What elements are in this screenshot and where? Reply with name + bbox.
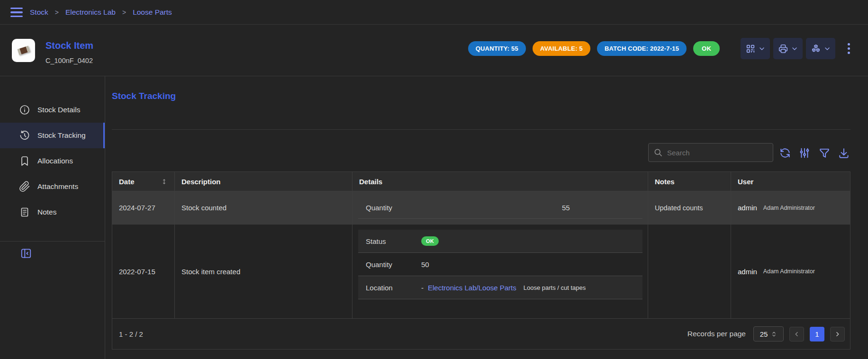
barcode-actions-button[interactable] [741,38,770,59]
batch-code-badge: BATCH CODE: 2022-7-15 [597,41,687,56]
page-1-button[interactable]: 1 [810,327,824,341]
refresh-icon[interactable] [779,147,791,159]
previous-page-button[interactable] [789,327,804,341]
panel-collapse-icon [20,247,32,260]
detail-row-quantity: Quantity 50 [358,253,642,276]
chevron-down-icon [758,45,766,53]
detail-row-status: Status OK [358,230,642,253]
table-row: 2022-07-15 Stock item created Status OK … [112,224,850,319]
sidebar-item-stock-details[interactable]: Stock Details [0,97,105,123]
qrcode-icon [745,44,756,54]
detail-label: Quantity [358,204,421,212]
sidebar-divider [0,241,105,242]
sidebar-item-notes[interactable]: Notes [0,199,105,225]
breadcrumb-separator: > [122,9,126,16]
printer-icon [778,44,788,54]
detail-value: 55 [562,204,570,212]
cell-description: Stock item created [175,224,353,318]
download-icon[interactable] [838,147,850,159]
cell-description: Stock counted [175,191,353,224]
column-header-description: Description [175,172,353,191]
cell-details: Status OK Quantity 50 Location - Electro… [353,224,648,318]
breadcrumb-separator: > [55,9,59,16]
next-page-button[interactable] [830,327,845,341]
chevron-down-icon [791,45,798,53]
location-dash: - [421,284,424,292]
location-link[interactable]: Electronics Lab/Loose Parts [428,284,516,292]
status-ok-badge: OK [421,236,439,246]
breadcrumb-stock[interactable]: Stock [30,8,48,17]
print-actions-button[interactable] [773,38,803,59]
column-settings-icon[interactable] [798,147,811,159]
sidebar-item-attachments[interactable]: Attachments [0,174,105,199]
sidebar-item-allocations[interactable]: Allocations [0,148,105,174]
cell-date: 2022-07-15 [112,224,175,318]
main-panel: Stock Tracking Date Description Details … [105,76,868,359]
sort-icon [161,178,168,185]
column-header-details: Details [353,172,648,191]
paperclip-icon [19,181,30,192]
sidebar-item-label: Notes [37,208,57,216]
sidebar-collapse-button[interactable] [20,247,32,260]
quantity-badge: QUANTITY: 55 [468,41,526,56]
cell-details: Quantity 55 [353,191,648,224]
chevron-left-icon [793,331,800,338]
detail-value: 50 [421,260,429,269]
detail-label: Location [358,284,421,292]
stock-tracking-table: Date Description Details Notes User 2024… [112,171,850,350]
records-per-page-select[interactable]: 25 [753,326,784,341]
table-search [648,143,773,162]
more-options-button[interactable] [843,38,854,59]
stock-actions-button[interactable] [806,38,835,59]
chevron-right-icon [834,331,841,338]
info-icon [19,104,30,116]
cell-notes: Updated counts [648,191,731,224]
records-per-page-value: 25 [760,330,768,338]
location-description: Loose parts / cut tapes [524,284,586,291]
cell-date: 2024-07-27 [112,191,175,224]
username: admin [738,204,757,212]
breadcrumb: Stock > Electronics Lab > Loose Parts [30,0,172,25]
cell-user: admin Adam Administrator [731,191,851,224]
table-footer: 1 - 2 / 2 Records per page 25 1 [112,319,850,349]
cell-user: admin Adam Administrator [731,224,851,318]
notes-icon [19,206,30,218]
table-header-row: Date Description Details Notes User [112,172,850,191]
selector-icon [771,331,777,337]
action-buttons [741,38,854,59]
column-header-user: User [731,172,851,191]
user-fullname: Adam Administrator [763,268,815,275]
sidebar-item-label: Allocations [37,157,73,165]
table-row: 2024-07-27 Stock counted Quantity 55 Upd… [112,191,850,224]
sidebar-item-label: Attachments [37,182,78,191]
top-navbar: Stock > Electronics Lab > Loose Parts [0,0,868,25]
detail-row-location: Location - Electronics Lab/Loose Parts L… [358,276,642,299]
hamburger-menu-icon[interactable] [10,7,23,18]
sidebar: Stock Details Stock Tracking Allocations… [0,76,105,359]
status-badges: QUANTITY: 55 AVAILABLE: 5 BATCH CODE: 20… [468,41,720,56]
breadcrumb-loose-parts[interactable]: Loose Parts [133,8,172,17]
detail-row-quantity: Quantity 55 [358,197,642,219]
filter-icon[interactable] [818,147,831,159]
search-input[interactable] [667,149,768,157]
available-badge: AVAILABLE: 5 [533,41,590,56]
cell-notes [648,224,731,318]
record-range-label: 1 - 2 / 2 [119,330,143,338]
username: admin [738,268,757,276]
status-ok-badge: OK [693,41,720,56]
header-actions: QUANTITY: 55 AVAILABLE: 5 BATCH CODE: 20… [468,38,854,59]
column-header-notes: Notes [648,172,731,191]
chevron-down-icon [823,45,831,53]
sidebar-item-label: Stock Tracking [37,131,86,140]
sidebar-item-label: Stock Details [37,106,80,114]
sidebar-item-stock-tracking[interactable]: Stock Tracking [0,123,105,148]
column-header-date[interactable]: Date [112,172,175,191]
search-icon [653,148,663,157]
bookmark-icon [19,155,30,167]
part-name: C_100nF_0402 [45,57,93,64]
detail-label: Status [358,237,421,245]
part-thumbnail[interactable] [12,39,35,62]
stock-item-page: Stock > Electronics Lab > Loose Parts St… [0,0,868,359]
breadcrumb-electronics-lab[interactable]: Electronics Lab [65,8,116,17]
page-title: Stock Item [45,40,93,51]
